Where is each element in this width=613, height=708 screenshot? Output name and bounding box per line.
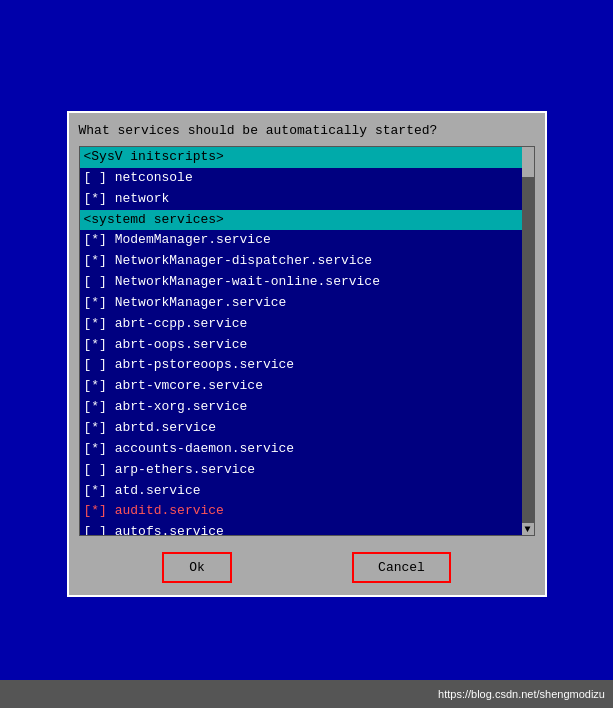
buttons-row: Ok Cancel (69, 536, 545, 595)
ok-button[interactable]: Ok (162, 552, 232, 583)
list-item[interactable]: [*] NetworkManager.service (80, 293, 522, 314)
service-list-container: <SysV initscripts>[ ] netconsole[*] netw… (79, 146, 535, 536)
list-item[interactable]: <SysV initscripts> (80, 147, 522, 168)
list-item[interactable]: [*] abrt-oops.service (80, 335, 522, 356)
dialog-title: What services should be automatically st… (69, 113, 545, 146)
scrollbar-down-arrow[interactable]: ▼ (522, 523, 534, 535)
main-dialog: What services should be automatically st… (67, 111, 547, 597)
service-list-scroll[interactable]: <SysV initscripts>[ ] netconsole[*] netw… (80, 147, 522, 535)
list-item[interactable]: [*] network (80, 189, 522, 210)
list-item[interactable]: [ ] NetworkManager-wait-online.service (80, 272, 522, 293)
list-item[interactable]: [ ] netconsole (80, 168, 522, 189)
list-item[interactable]: [ ] arp-ethers.service (80, 460, 522, 481)
list-item[interactable]: [*] abrt-xorg.service (80, 397, 522, 418)
cancel-button[interactable]: Cancel (352, 552, 451, 583)
list-item[interactable]: [*] NetworkManager-dispatcher.service (80, 251, 522, 272)
list-item[interactable]: <systemd services> (80, 210, 522, 231)
list-item[interactable]: [*] ModemManager.service (80, 230, 522, 251)
scrollbar-thumb[interactable] (522, 147, 534, 177)
scrollbar-track: ▲ ▼ (522, 147, 534, 535)
list-item[interactable]: [ ] autofs.service (80, 522, 522, 535)
watermark: https://blog.csdn.net/shengmodizu (438, 688, 605, 700)
list-item[interactable]: [*] abrtd.service (80, 418, 522, 439)
list-item[interactable]: [*] abrt-ccpp.service (80, 314, 522, 335)
list-item[interactable]: [*] auditd.service (80, 501, 522, 522)
list-item[interactable]: [ ] abrt-pstoreoops.service (80, 355, 522, 376)
list-item[interactable]: [*] atd.service (80, 481, 522, 502)
list-item[interactable]: [*] accounts-daemon.service (80, 439, 522, 460)
list-item[interactable]: [*] abrt-vmcore.service (80, 376, 522, 397)
